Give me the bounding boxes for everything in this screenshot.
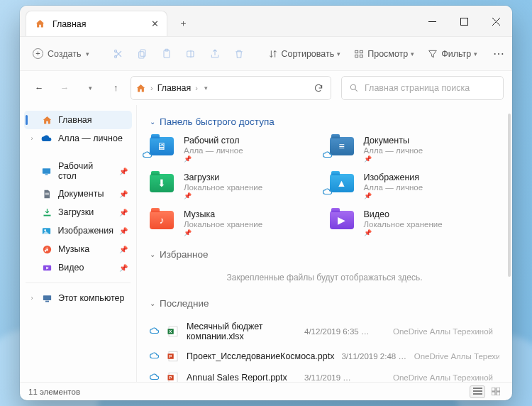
scrollbar[interactable]: [508, 114, 511, 277]
quick-item-video[interactable]: ▶ВидеоЛокальное хранение📌: [330, 209, 500, 236]
svg-rect-37: [497, 392, 500, 395]
pin-icon: 📌: [119, 209, 128, 216]
document-icon: [42, 189, 52, 199]
svg-rect-4: [140, 50, 145, 56]
section-quick-access[interactable]: ⌄ Панель быстрого доступа: [150, 116, 499, 127]
filter-label: Фильтр: [441, 49, 471, 59]
section-favorites[interactable]: ⌄ Избранное: [150, 249, 499, 260]
breadcrumb-home[interactable]: Главная: [157, 83, 192, 93]
sidebar-item-video[interactable]: Видео 📌: [24, 258, 132, 277]
address-bar[interactable]: › Главная › ▾: [131, 76, 331, 100]
sidebar-item-music[interactable]: Музыка 📌: [24, 240, 132, 258]
quick-item-down[interactable]: ⬇ЗагрузкиЛокальное хранение📌: [150, 172, 320, 199]
tab-home[interactable]: Главная ✕: [26, 11, 167, 36]
maximize-button[interactable]: [448, 6, 480, 37]
svg-rect-1: [461, 18, 468, 25]
copy-icon: [137, 48, 148, 60]
sidebar-item-home[interactable]: Главная: [24, 111, 132, 129]
history-dropdown[interactable]: ▾: [202, 84, 210, 92]
content-pane: ⌄ Панель быстрого доступа 🖥Рабочий столА…: [137, 105, 512, 382]
section-title: Последние: [160, 298, 209, 309]
pin-icon: 📌: [364, 229, 443, 236]
pin-icon: 📌: [119, 264, 128, 272]
sidebar-label: Изображения: [57, 226, 113, 236]
item-title: Рабочий стол: [184, 136, 243, 146]
sidebar-label: Главная: [58, 115, 92, 125]
forward-button[interactable]: →: [54, 77, 75, 99]
recent-file[interactable]: XМесячный бюджет компании.xlsx4/12/2019 …: [150, 317, 499, 346]
paste-button[interactable]: [156, 43, 177, 65]
cut-button[interactable]: [108, 43, 129, 65]
delete-button[interactable]: [228, 43, 250, 65]
tab-close-button[interactable]: ✕: [148, 18, 161, 31]
svg-point-20: [44, 229, 46, 231]
sidebar-label: Алла — личное: [58, 133, 123, 143]
cloud-sync-icon: [323, 187, 333, 197]
search-input[interactable]: [365, 83, 496, 93]
pin-icon: 📌: [119, 227, 128, 235]
up-button[interactable]: ↑: [105, 77, 126, 99]
trash-icon: [233, 48, 245, 60]
sidebar-label: Рабочий стол: [58, 161, 113, 181]
sidebar-item-documents[interactable]: Документы 📌: [24, 185, 132, 203]
view-button[interactable]: Просмотр ▾: [348, 43, 419, 65]
file-type-icon: X: [167, 325, 179, 338]
quick-item-music[interactable]: ♪МузыкаЛокальное хранение📌: [150, 209, 320, 236]
rename-button[interactable]: [180, 43, 201, 65]
chevron-right-icon: ›: [195, 84, 198, 92]
folder-icon: ♪: [150, 209, 177, 232]
thumbnails-view-button[interactable]: [488, 385, 504, 398]
svg-rect-12: [360, 55, 363, 57]
sidebar-item-desktop[interactable]: Рабочий стол 📌: [24, 158, 132, 185]
section-recent[interactable]: ⌄ Последние: [150, 298, 499, 309]
recent-file[interactable]: PAnnual Sales Report.pptx3/11/2019 …OneD…: [150, 367, 499, 382]
minimize-button[interactable]: [416, 6, 448, 37]
svg-rect-8: [187, 51, 193, 57]
chevron-down-icon: ⌄: [150, 300, 155, 307]
file-date: 3/11/2019 2:48 …: [341, 352, 406, 361]
expand-icon[interactable]: ›: [28, 295, 35, 302]
recent-file[interactable]: PПроект_ИсследованиеКосмоса.pptx3/11/201…: [150, 346, 499, 367]
new-button-label: Создать: [48, 49, 82, 59]
refresh-button[interactable]: [311, 80, 326, 96]
quick-item-desktop[interactable]: 🖥Рабочий столАлла — личное📌: [150, 136, 320, 163]
share-button[interactable]: [204, 43, 226, 65]
sort-button[interactable]: Сортировать ▾: [262, 43, 346, 65]
quick-item-img[interactable]: ▲ИзображенияАлла — личное📌: [330, 172, 500, 199]
pin-icon: 📌: [364, 155, 423, 163]
sort-label: Сортировать: [282, 49, 335, 59]
folder-icon: ▶: [330, 209, 357, 232]
more-button[interactable]: ⋯: [488, 43, 511, 65]
new-tab-button[interactable]: ＋: [172, 12, 194, 35]
sidebar-item-pictures[interactable]: Изображения 📌: [24, 221, 132, 240]
sidebar-item-onedrive[interactable]: › Алла — личное: [24, 129, 132, 148]
svg-text:P: P: [169, 375, 172, 380]
recent-list: XМесячный бюджет компании.xlsx4/12/2019 …: [150, 317, 499, 382]
item-title: Музыка: [184, 209, 262, 219]
svg-rect-17: [45, 194, 49, 195]
home-icon: [35, 18, 45, 29]
close-button[interactable]: [480, 6, 512, 37]
item-subtitle: Локальное хранение: [184, 220, 262, 229]
recent-locations-button[interactable]: ▾: [79, 77, 101, 99]
copy-button[interactable]: [132, 43, 153, 65]
quick-item-docs[interactable]: ≡ДокументыАлла — личное📌: [330, 136, 500, 163]
pc-icon: [42, 293, 52, 304]
back-button[interactable]: ←: [28, 77, 50, 99]
new-button[interactable]: + Создать ▾: [27, 43, 95, 65]
svg-point-13: [350, 84, 355, 89]
expand-icon[interactable]: ›: [28, 135, 35, 142]
download-icon: [42, 207, 52, 218]
cloud-sync-icon: [323, 150, 333, 160]
sidebar-item-thispc[interactable]: › Этот компьютер: [24, 289, 132, 307]
search-bar[interactable]: [341, 76, 504, 100]
navigation-pane: Главная › Алла — личное Рабочий стол 📌 Д…: [20, 105, 137, 382]
favorites-empty-text: Закрепленные файлы будут отображаться зд…: [150, 268, 499, 294]
filter-button[interactable]: Фильтр ▾: [422, 43, 482, 65]
sidebar-label: Музыка: [58, 244, 89, 254]
details-view-button[interactable]: [470, 385, 485, 398]
sidebar-item-downloads[interactable]: Загрузки 📌: [24, 203, 132, 221]
svg-text:X: X: [169, 329, 172, 334]
folder-icon: ⬇: [150, 172, 177, 195]
svg-rect-23: [43, 295, 50, 300]
